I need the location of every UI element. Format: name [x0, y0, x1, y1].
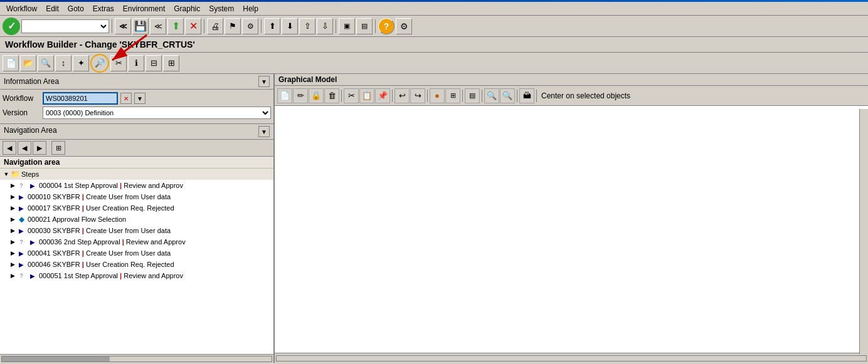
tree-root-steps[interactable]: ▼ 📁 Steps	[0, 169, 273, 180]
nav-section-label: Navigation area	[4, 158, 60, 167]
nav-area-dropdown[interactable]: ▼	[258, 126, 270, 137]
item1-play-icon: ▶	[16, 192, 26, 202]
version-select[interactable]: 0003 (0000) Definition	[43, 107, 271, 119]
item7-expand[interactable]: ▶	[9, 261, 16, 268]
info-area-dropdown[interactable]: ▼	[258, 76, 270, 87]
wand-button[interactable]: ✦	[73, 55, 89, 71]
tree-item-4[interactable]: ▶ ▶ 000030 SKYBFR | Create User from Use…	[0, 225, 273, 236]
item2-expand[interactable]: ▶	[9, 204, 16, 212]
tree-item-1[interactable]: ▶ ▶ 000010 SKYBFR | Create User from Use…	[0, 191, 273, 202]
move-button[interactable]: ↕	[55, 55, 71, 71]
workflow-clear-button[interactable]: ✕	[120, 93, 132, 104]
flag-button[interactable]: ⚑	[225, 18, 241, 34]
confirm-button[interactable]: ✓	[3, 18, 20, 35]
tree-item-6[interactable]: ▶ ▶ 000041 SKYBFR | Create User from Use…	[0, 247, 273, 259]
menu-graphic[interactable]: Graphic	[170, 3, 204, 14]
layout2-btn[interactable]: ▤	[356, 18, 373, 34]
help-button[interactable]: ?	[378, 18, 394, 34]
g-copy-btn[interactable]: 📋	[359, 88, 374, 103]
steps-expand-icon[interactable]: ▼	[3, 170, 10, 178]
graphical-canvas[interactable]	[275, 106, 868, 353]
item4-expand[interactable]: ▶	[9, 227, 16, 234]
tree-item-0[interactable]: ▶ ? ▶ 000004 1st Step Approval | Review …	[0, 180, 273, 191]
cut-button[interactable]: ✂	[110, 55, 127, 71]
back-button[interactable]: ≪	[115, 18, 131, 34]
g-ball-btn[interactable]: ●	[430, 88, 445, 103]
tree-item-7[interactable]: ▶ ▶ 000046 SKYBFR | User Creation Req. R…	[0, 259, 273, 270]
nav-back2-button[interactable]: ◀	[18, 141, 31, 155]
menu-edit[interactable]: Edit	[42, 3, 63, 14]
tree-item-2[interactable]: ▶ ▶ 000017 SKYBFR | User Creation Req. R…	[0, 202, 273, 214]
item8-type-icon: ?	[16, 271, 26, 281]
up2-button[interactable]: ⇧	[299, 18, 315, 34]
menu-system[interactable]: System	[205, 3, 238, 14]
item6-text: 000041 SKYBFR | Create User from User da…	[28, 249, 171, 257]
workflow-input[interactable]	[43, 92, 118, 105]
forward-button[interactable]: ⬆	[167, 18, 184, 34]
title-bar: Workflow Builder - Change 'SKYBFR_CRTUS'	[0, 37, 868, 53]
steps-folder-icon: 📁	[10, 169, 20, 179]
down-button[interactable]: ⬇	[282, 18, 298, 34]
g-zoomin-btn[interactable]: 🔍	[484, 88, 499, 103]
toolbar-sep-3	[261, 19, 262, 33]
workflow-dropdown-button[interactable]: ▼	[134, 93, 146, 104]
version-row: Version 0003 (0000) Definition	[3, 107, 271, 119]
menu-environment[interactable]: Environment	[119, 3, 169, 14]
app-title: Workflow Builder - Change 'SKYBFR_CRTUS'	[5, 39, 195, 49]
tree-item-8[interactable]: ▶ ? ▶ 000051 1st Step Approval | Review …	[0, 270, 273, 281]
info-button[interactable]: ℹ	[128, 55, 144, 71]
up-button[interactable]: ⬆	[264, 18, 280, 34]
sec-toolbar: 📄 📂 🔍 ↕ ✦ 🔎 ✂ ℹ ⊟ ⊞	[0, 53, 868, 74]
right-scrollbar[interactable]	[859, 109, 868, 354]
tree-item-5[interactable]: ▶ ? ▶ 000036 2nd Step Approval | Review …	[0, 236, 273, 247]
new-doc-button[interactable]: 📄	[3, 55, 19, 71]
stop-button[interactable]: ✕	[185, 18, 201, 34]
menu-goto[interactable]: Goto	[64, 3, 88, 14]
item6-expand[interactable]: ▶	[9, 249, 16, 257]
back2-button[interactable]: ≪	[150, 18, 166, 34]
g-trash-btn[interactable]: 🗑	[324, 88, 339, 103]
split-button[interactable]: ⊟	[146, 55, 162, 71]
down2-button[interactable]: ⇩	[317, 18, 333, 34]
g-grid-btn[interactable]: ⊞	[445, 88, 460, 103]
merge-button[interactable]: ⊞	[163, 55, 179, 71]
command-combo[interactable]	[21, 19, 109, 33]
config-button[interactable]: ⚙	[242, 18, 258, 34]
item2-text: 000017 SKYBFR | User Creation Req. Rejec…	[28, 204, 174, 212]
g-pencil-btn[interactable]: ✏	[293, 88, 308, 103]
g-mountain-btn[interactable]: 🏔	[519, 88, 534, 103]
menu-extras[interactable]: Extras	[89, 3, 118, 14]
item8-expand[interactable]: ▶	[9, 272, 16, 279]
g-undo-btn[interactable]: ↩	[394, 88, 410, 103]
settings-button[interactable]: ⚙	[396, 18, 412, 34]
menu-help[interactable]: Help	[239, 3, 262, 14]
g-cut-btn[interactable]: ✂	[344, 88, 359, 103]
g-paste-btn[interactable]: 📌	[375, 88, 390, 103]
search-icon-btn[interactable]: 🔍	[38, 55, 54, 71]
item0-expand[interactable]: ▶	[9, 182, 16, 189]
g-page-btn[interactable]: 📄	[277, 88, 292, 103]
folder-button[interactable]: 📂	[20, 55, 36, 71]
g-redo-btn[interactable]: ↪	[410, 88, 425, 103]
toolbar-sep-2	[204, 19, 204, 33]
nav-grid-button[interactable]: ⊞	[51, 141, 65, 155]
item1-expand[interactable]: ▶	[9, 193, 16, 200]
print-button[interactable]: 🖨	[207, 18, 223, 34]
save-button[interactable]: 💾	[132, 18, 149, 34]
nav-toolbar: ◀ ◀ ▶ ⊞	[0, 140, 273, 157]
item3-expand[interactable]: ▶	[9, 216, 16, 223]
menu-workflow[interactable]: Workflow	[3, 3, 41, 14]
info-area-content: Workflow ✕ ▼ Version 0003 (0000) Definit…	[0, 90, 273, 124]
menu-bar: Workflow Edit Goto Extras Environment Gr…	[0, 2, 868, 16]
nav-back-button[interactable]: ◀	[3, 141, 16, 155]
nav-forward-button[interactable]: ▶	[33, 141, 46, 155]
tree-item-3[interactable]: ▶ ◆ 000021 Approval Flow Selection	[0, 214, 273, 225]
g-zoomout-btn[interactable]: 🔍	[500, 88, 515, 103]
layout-btn[interactable]: ▣	[339, 18, 355, 34]
g-sep-6	[517, 90, 517, 102]
active-mode-button[interactable]: 🔎	[90, 54, 109, 73]
nav-section-header: Navigation area	[0, 157, 273, 169]
g-lock-btn[interactable]: 🔒	[309, 88, 324, 103]
item5-expand[interactable]: ▶	[9, 238, 16, 246]
g-layout-btn[interactable]: ▤	[465, 88, 480, 103]
